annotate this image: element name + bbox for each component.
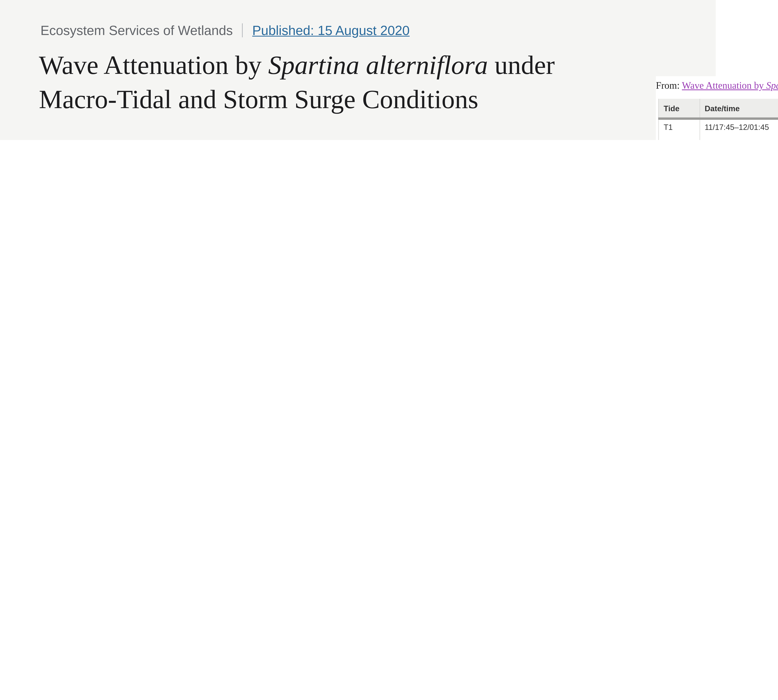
- wave-data-table: TideDate/timeStationhmax(m)Hmax(m)Hm0(m)…: [658, 99, 778, 140]
- datetime-cell: 11/17:45–12/01:45: [700, 119, 778, 140]
- from-article-link[interactable]: Wave Attenuation by Spartina alterniflor…: [682, 80, 778, 91]
- title-post: under: [488, 50, 555, 79]
- title-species: Spartina alterniflora: [268, 50, 488, 79]
- table-header-cell: Tide: [659, 99, 700, 119]
- tide-cell: T1: [659, 119, 700, 140]
- title-pre: Wave Attenuation by: [39, 50, 268, 79]
- table-row: T111/17:45–12/01:45A11.910.630.354.100.2…: [659, 119, 778, 136]
- title-line2: Macro-Tidal and Storm Surge Conditions: [39, 85, 478, 113]
- from-row: From: Wave Attenuation by Spartina alter…: [656, 80, 778, 92]
- divider: [242, 23, 243, 37]
- from-label: From:: [656, 80, 682, 91]
- page: Ecosystem Services of WetlandsPublished:…: [0, 0, 778, 140]
- journal-name: Ecosystem Services of Wetlands: [40, 23, 233, 38]
- journal-row: Ecosystem Services of WetlandsPublished:…: [40, 23, 410, 39]
- published-link[interactable]: Published: 15 August 2020: [252, 23, 409, 38]
- table-header-cell: Date/time: [700, 99, 778, 119]
- page-title: Wave Attenuation by Spartina alterniflor…: [39, 48, 739, 117]
